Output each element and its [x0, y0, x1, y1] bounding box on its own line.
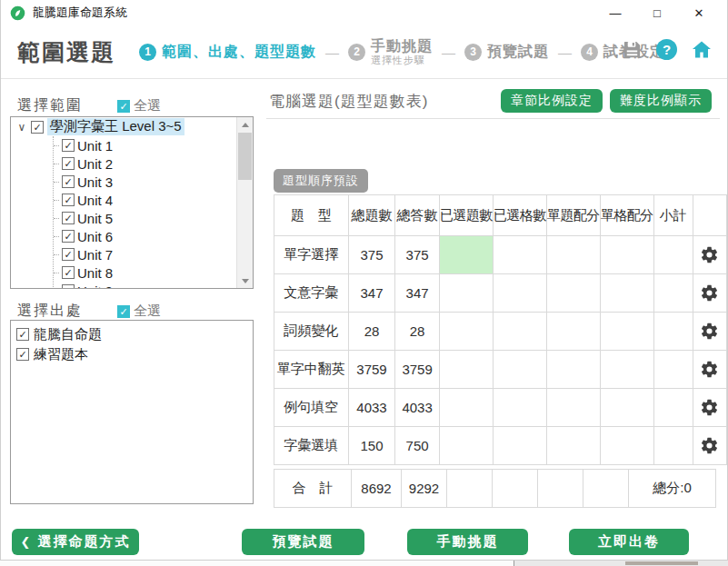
unit-checkbox[interactable]: ✓ — [62, 266, 75, 279]
selected-questions-cell[interactable] — [439, 389, 493, 427]
selected-questions-cell[interactable] — [439, 313, 493, 351]
preview-questions-button[interactable]: 預覽試題 — [242, 529, 364, 555]
tree-root-label[interactable]: 學測字彙王 Level 3~5 — [47, 118, 184, 135]
settings-cell[interactable] — [693, 389, 726, 427]
source-checkbox[interactable]: ✓ — [16, 328, 29, 341]
home-icon[interactable] — [691, 38, 713, 60]
selected-blanks-cell[interactable] — [493, 427, 546, 465]
source-select-all[interactable]: ✓ 全選 — [117, 303, 161, 320]
tree-item-unit9-partial[interactable]: Unit 9 — [54, 282, 237, 288]
question-type-table: 題 型 總題數 總答數 已選題數 已選格數 單題配分 單格配分 小計 單字選擇 … — [274, 194, 727, 465]
save-icon[interactable] — [621, 38, 643, 60]
settings-cell[interactable] — [693, 236, 726, 274]
scope-select-all[interactable]: ✓ 全選 — [117, 97, 161, 114]
collapse-icon[interactable]: ∨ — [16, 121, 27, 134]
points-per-question-cell[interactable] — [546, 427, 600, 465]
tree-item-unit5[interactable]: ✓Unit 5 — [54, 209, 237, 227]
settings-cell[interactable] — [693, 274, 726, 313]
total-score: 總分:0 — [629, 470, 716, 508]
gear-icon[interactable] — [700, 436, 719, 455]
points-per-question-cell[interactable] — [546, 351, 600, 389]
col-header-points-per-question: 單題配分 — [546, 195, 600, 236]
generate-paper-button[interactable]: 立即出卷 — [569, 529, 689, 555]
unit-checkbox[interactable]: ✓ — [62, 157, 75, 170]
points-per-blank-cell[interactable] — [600, 427, 653, 465]
chapter-ratio-button[interactable]: 章節比例設定 — [501, 89, 603, 113]
tree-item-unit1[interactable]: ✓Unit 1 — [54, 136, 237, 154]
points-per-blank-cell[interactable] — [600, 313, 653, 351]
selected-blanks-cell[interactable] — [493, 274, 546, 313]
tree-scrollbar[interactable] — [236, 117, 253, 288]
tree-item-unit6[interactable]: ✓Unit 6 — [54, 227, 237, 245]
scope-select-all-checkbox[interactable]: ✓ — [117, 100, 130, 113]
selected-questions-cell[interactable] — [439, 274, 493, 313]
difficulty-ratio-button[interactable]: 難度比例顯示 — [610, 89, 712, 113]
points-per-blank-cell[interactable] — [600, 274, 653, 313]
selected-questions-cell[interactable] — [439, 351, 493, 389]
unit-checkbox[interactable]: ✓ — [62, 212, 75, 224]
totals-empty — [447, 470, 493, 508]
points-per-question-cell[interactable] — [546, 313, 600, 351]
source-checkbox[interactable]: ✓ — [16, 348, 29, 361]
help-icon[interactable]: ? — [656, 39, 677, 60]
unit-checkbox[interactable]: ✓ — [62, 139, 75, 152]
unit-checkbox[interactable]: ✓ — [62, 175, 75, 188]
selected-blanks-cell[interactable] — [493, 313, 546, 351]
tree-item-unit8[interactable]: ✓Unit 8 — [54, 263, 237, 282]
gear-icon[interactable] — [700, 245, 719, 264]
unit-checkbox[interactable]: ✓ — [62, 230, 75, 243]
close-icon[interactable]: ✕ — [678, 0, 720, 25]
selected-blanks-cell[interactable] — [493, 389, 546, 427]
selected-questions-cell[interactable] — [439, 236, 493, 274]
subtotal-cell — [653, 351, 693, 389]
settings-cell[interactable] — [693, 427, 726, 465]
gear-icon[interactable] — [700, 398, 719, 417]
settings-cell[interactable] — [693, 313, 726, 351]
totals-empty — [583, 470, 629, 508]
type-cell: 字彙選填 — [274, 427, 349, 465]
type-cell: 單字選擇 — [274, 236, 349, 274]
manual-pick-button[interactable]: 手動挑題 — [407, 529, 528, 555]
unit-label: Unit 3 — [77, 174, 113, 190]
points-per-blank-cell[interactable] — [600, 351, 653, 389]
tree-root-checkbox[interactable]: ✓ — [31, 121, 44, 134]
source-select-all-checkbox[interactable]: ✓ — [117, 305, 130, 318]
points-per-question-cell[interactable] — [546, 236, 600, 274]
scroll-down-icon[interactable] — [237, 273, 253, 288]
selected-blanks-cell[interactable] — [493, 236, 546, 274]
points-per-blank-cell[interactable] — [600, 236, 653, 274]
window-controls: — □ ✕ — [594, 0, 720, 25]
question-order-default-button[interactable]: 題型順序預設 — [274, 169, 368, 193]
tree-root-row[interactable]: ∨ ✓ 學測字彙王 Level 3~5 — [11, 117, 237, 136]
minimize-icon[interactable]: — — [594, 0, 636, 25]
tree-item-unit3[interactable]: ✓Unit 3 — [54, 173, 237, 191]
points-per-question-cell[interactable] — [546, 274, 600, 313]
scrollbar-thumb[interactable] — [238, 133, 252, 180]
source-item-0[interactable]: ✓ 龍騰自命題 — [16, 324, 247, 344]
total-answers-cell: 3759 — [395, 351, 440, 389]
tree-item-unit2[interactable]: ✓Unit 2 — [54, 154, 237, 173]
step-2: 2 手動挑題 選擇性步驟 — [348, 38, 433, 65]
unit-checkbox[interactable]: ✓ — [62, 194, 75, 206]
tree-item-unit4[interactable]: ✓Unit 4 — [54, 191, 237, 209]
subtotal-cell — [653, 274, 693, 313]
total-score-value: 0 — [683, 480, 691, 495]
points-per-question-cell[interactable] — [546, 389, 600, 427]
gear-icon[interactable] — [700, 360, 719, 379]
background-window-sliver — [0, 561, 728, 566]
unit-checkbox[interactable] — [62, 284, 75, 288]
gear-icon[interactable] — [700, 322, 719, 341]
gear-icon[interactable] — [700, 283, 719, 303]
step-separator: — — [325, 45, 339, 60]
points-per-blank-cell[interactable] — [600, 389, 653, 427]
unit-checkbox[interactable]: ✓ — [62, 248, 75, 261]
selected-questions-cell[interactable] — [439, 427, 493, 465]
scroll-up-icon[interactable] — [237, 117, 253, 132]
source-item-1[interactable]: ✓ 練習題本 — [16, 344, 247, 364]
selected-blanks-cell[interactable] — [493, 351, 546, 389]
window-title: 龍騰題庫命題系統 — [33, 5, 127, 21]
maximize-icon[interactable]: □ — [636, 0, 678, 25]
settings-cell[interactable] — [693, 351, 726, 389]
back-to-method-button[interactable]: ❮ 選擇命題方式 — [12, 529, 139, 555]
tree-item-unit7[interactable]: ✓Unit 7 — [54, 245, 237, 263]
